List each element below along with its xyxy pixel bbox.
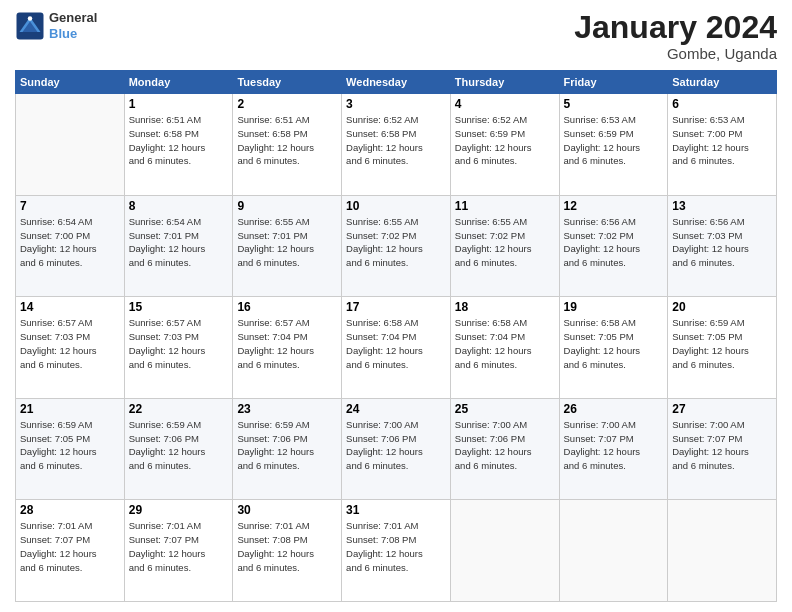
calendar-cell: 25Sunrise: 7:00 AMSunset: 7:06 PMDayligh…	[450, 398, 559, 500]
day-header-friday: Friday	[559, 71, 668, 94]
day-number: 8	[129, 199, 229, 213]
day-number: 19	[564, 300, 664, 314]
day-info: Sunrise: 6:52 AMSunset: 6:58 PMDaylight:…	[346, 113, 446, 168]
calendar-week-3: 14Sunrise: 6:57 AMSunset: 7:03 PMDayligh…	[16, 297, 777, 399]
day-info: Sunrise: 6:54 AMSunset: 7:01 PMDaylight:…	[129, 215, 229, 270]
calendar-cell	[668, 500, 777, 602]
day-number: 15	[129, 300, 229, 314]
day-info: Sunrise: 6:56 AMSunset: 7:03 PMDaylight:…	[672, 215, 772, 270]
day-number: 5	[564, 97, 664, 111]
calendar-cell: 5Sunrise: 6:53 AMSunset: 6:59 PMDaylight…	[559, 94, 668, 196]
day-info: Sunrise: 6:55 AMSunset: 7:02 PMDaylight:…	[455, 215, 555, 270]
calendar-week-4: 21Sunrise: 6:59 AMSunset: 7:05 PMDayligh…	[16, 398, 777, 500]
calendar-cell: 29Sunrise: 7:01 AMSunset: 7:07 PMDayligh…	[124, 500, 233, 602]
day-number: 22	[129, 402, 229, 416]
calendar-cell	[559, 500, 668, 602]
calendar-cell: 19Sunrise: 6:58 AMSunset: 7:05 PMDayligh…	[559, 297, 668, 399]
title-block: January 2024 Gombe, Uganda	[574, 10, 777, 62]
day-info: Sunrise: 6:52 AMSunset: 6:59 PMDaylight:…	[455, 113, 555, 168]
calendar-cell: 26Sunrise: 7:00 AMSunset: 7:07 PMDayligh…	[559, 398, 668, 500]
calendar-week-5: 28Sunrise: 7:01 AMSunset: 7:07 PMDayligh…	[16, 500, 777, 602]
calendar-cell: 11Sunrise: 6:55 AMSunset: 7:02 PMDayligh…	[450, 195, 559, 297]
logo-general: General	[49, 10, 97, 26]
day-info: Sunrise: 6:55 AMSunset: 7:01 PMDaylight:…	[237, 215, 337, 270]
day-header-saturday: Saturday	[668, 71, 777, 94]
day-info: Sunrise: 6:51 AMSunset: 6:58 PMDaylight:…	[237, 113, 337, 168]
calendar-cell: 4Sunrise: 6:52 AMSunset: 6:59 PMDaylight…	[450, 94, 559, 196]
day-number: 12	[564, 199, 664, 213]
day-number: 1	[129, 97, 229, 111]
day-number: 18	[455, 300, 555, 314]
location: Gombe, Uganda	[574, 45, 777, 62]
day-number: 2	[237, 97, 337, 111]
day-number: 9	[237, 199, 337, 213]
calendar-cell: 18Sunrise: 6:58 AMSunset: 7:04 PMDayligh…	[450, 297, 559, 399]
calendar-cell: 21Sunrise: 6:59 AMSunset: 7:05 PMDayligh…	[16, 398, 125, 500]
day-info: Sunrise: 6:59 AMSunset: 7:06 PMDaylight:…	[237, 418, 337, 473]
logo-icon	[15, 11, 45, 41]
day-number: 21	[20, 402, 120, 416]
month-title: January 2024	[574, 10, 777, 45]
day-info: Sunrise: 7:01 AMSunset: 7:08 PMDaylight:…	[346, 519, 446, 574]
day-info: Sunrise: 6:56 AMSunset: 7:02 PMDaylight:…	[564, 215, 664, 270]
day-number: 3	[346, 97, 446, 111]
day-info: Sunrise: 7:01 AMSunset: 7:07 PMDaylight:…	[129, 519, 229, 574]
day-number: 24	[346, 402, 446, 416]
day-info: Sunrise: 7:01 AMSunset: 7:08 PMDaylight:…	[237, 519, 337, 574]
day-number: 4	[455, 97, 555, 111]
day-info: Sunrise: 7:00 AMSunset: 7:07 PMDaylight:…	[564, 418, 664, 473]
day-number: 13	[672, 199, 772, 213]
calendar-cell: 2Sunrise: 6:51 AMSunset: 6:58 PMDaylight…	[233, 94, 342, 196]
day-number: 26	[564, 402, 664, 416]
day-info: Sunrise: 6:57 AMSunset: 7:04 PMDaylight:…	[237, 316, 337, 371]
day-number: 30	[237, 503, 337, 517]
day-header-thursday: Thursday	[450, 71, 559, 94]
day-number: 10	[346, 199, 446, 213]
day-info: Sunrise: 6:59 AMSunset: 7:05 PMDaylight:…	[672, 316, 772, 371]
calendar-page: General Blue January 2024 Gombe, Uganda …	[0, 0, 792, 612]
header: General Blue January 2024 Gombe, Uganda	[15, 10, 777, 62]
day-info: Sunrise: 6:57 AMSunset: 7:03 PMDaylight:…	[20, 316, 120, 371]
calendar-cell	[450, 500, 559, 602]
calendar-cell: 12Sunrise: 6:56 AMSunset: 7:02 PMDayligh…	[559, 195, 668, 297]
calendar-cell: 24Sunrise: 7:00 AMSunset: 7:06 PMDayligh…	[342, 398, 451, 500]
day-info: Sunrise: 6:59 AMSunset: 7:06 PMDaylight:…	[129, 418, 229, 473]
day-number: 20	[672, 300, 772, 314]
day-number: 17	[346, 300, 446, 314]
day-header-tuesday: Tuesday	[233, 71, 342, 94]
calendar-week-2: 7Sunrise: 6:54 AMSunset: 7:00 PMDaylight…	[16, 195, 777, 297]
calendar-cell: 27Sunrise: 7:00 AMSunset: 7:07 PMDayligh…	[668, 398, 777, 500]
day-info: Sunrise: 6:53 AMSunset: 6:59 PMDaylight:…	[564, 113, 664, 168]
logo-text: General Blue	[49, 10, 97, 41]
svg-point-3	[28, 16, 33, 21]
day-number: 16	[237, 300, 337, 314]
calendar-cell: 3Sunrise: 6:52 AMSunset: 6:58 PMDaylight…	[342, 94, 451, 196]
calendar-week-1: 1Sunrise: 6:51 AMSunset: 6:58 PMDaylight…	[16, 94, 777, 196]
calendar-cell: 22Sunrise: 6:59 AMSunset: 7:06 PMDayligh…	[124, 398, 233, 500]
calendar-cell: 15Sunrise: 6:57 AMSunset: 7:03 PMDayligh…	[124, 297, 233, 399]
day-info: Sunrise: 6:53 AMSunset: 7:00 PMDaylight:…	[672, 113, 772, 168]
day-info: Sunrise: 6:58 AMSunset: 7:04 PMDaylight:…	[455, 316, 555, 371]
calendar-cell: 20Sunrise: 6:59 AMSunset: 7:05 PMDayligh…	[668, 297, 777, 399]
day-info: Sunrise: 7:00 AMSunset: 7:06 PMDaylight:…	[455, 418, 555, 473]
day-info: Sunrise: 6:58 AMSunset: 7:05 PMDaylight:…	[564, 316, 664, 371]
day-number: 25	[455, 402, 555, 416]
day-info: Sunrise: 6:58 AMSunset: 7:04 PMDaylight:…	[346, 316, 446, 371]
logo-blue: Blue	[49, 26, 97, 42]
calendar-cell: 17Sunrise: 6:58 AMSunset: 7:04 PMDayligh…	[342, 297, 451, 399]
day-number: 11	[455, 199, 555, 213]
calendar-cell: 10Sunrise: 6:55 AMSunset: 7:02 PMDayligh…	[342, 195, 451, 297]
day-info: Sunrise: 7:00 AMSunset: 7:07 PMDaylight:…	[672, 418, 772, 473]
day-number: 14	[20, 300, 120, 314]
day-info: Sunrise: 6:54 AMSunset: 7:00 PMDaylight:…	[20, 215, 120, 270]
day-info: Sunrise: 7:01 AMSunset: 7:07 PMDaylight:…	[20, 519, 120, 574]
day-number: 23	[237, 402, 337, 416]
day-number: 6	[672, 97, 772, 111]
day-info: Sunrise: 6:55 AMSunset: 7:02 PMDaylight:…	[346, 215, 446, 270]
calendar-cell: 8Sunrise: 6:54 AMSunset: 7:01 PMDaylight…	[124, 195, 233, 297]
day-number: 31	[346, 503, 446, 517]
calendar-cell: 31Sunrise: 7:01 AMSunset: 7:08 PMDayligh…	[342, 500, 451, 602]
day-header-sunday: Sunday	[16, 71, 125, 94]
calendar-cell: 13Sunrise: 6:56 AMSunset: 7:03 PMDayligh…	[668, 195, 777, 297]
day-number: 27	[672, 402, 772, 416]
